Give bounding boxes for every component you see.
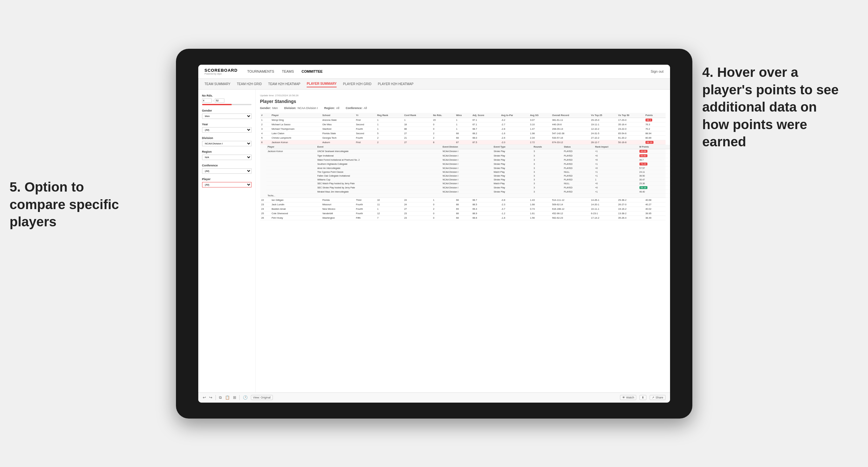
cell-no-rds: 0 [432,202,455,207]
cell-adj-score: 68.0 [471,135,500,140]
no-rds-max-input[interactable] [215,98,224,103]
ev-division: NCAA Division I [441,170,493,174]
cell-points[interactable]: 39.95 [644,211,665,216]
cell-points[interactable]: 40.27 [644,202,665,207]
ev-division: NCAA Division I [441,149,493,153]
cell-adj-score: 67.1 [471,118,500,122]
cell-no-rds: 2 [432,135,455,140]
cell-num: 5 [260,135,271,140]
ev-event: Wake Forest Invitational at Pinehurst No… [316,158,441,162]
sub-nav-team-h2h-grid[interactable]: TEAM H2H GRID [237,81,262,87]
ev-points: 56.18 [638,185,670,190]
cell-school: Ole Miss [321,122,355,127]
ev-player [267,181,316,185]
cell-adj-score: 67.1 [471,122,500,127]
nav-teams[interactable]: TEAMS [282,68,294,74]
sub-nav-player-h2h-heatmap[interactable]: PLAYER H2H HEATMAP [378,81,413,87]
cell-yr: Fifth [355,216,376,220]
sub-nav-player-h2h-grid[interactable]: PLAYER H2H GRID [343,81,371,87]
cell-wins: 68 [455,131,471,135]
ev-col-player: Player [267,145,316,149]
cell-adj-score: 88.9 [471,211,500,216]
watch-button[interactable]: 👁 Watch [620,395,636,400]
cell-school: Florida [321,198,355,202]
content-area: Update time: 27/01/2024 16:56:26 Player … [256,90,670,393]
no-rds-min-input[interactable] [202,98,212,103]
gender-filter-label: Gender: [260,106,271,110]
grid-icon[interactable]: ⊞ [233,395,236,400]
ev-event: Fallen Oak Collegiate Invitational [316,174,441,178]
ev-points: 36.50 [638,174,670,178]
sub-nav-player-summary[interactable]: PLAYER SUMMARY [307,81,337,87]
cell-num: 1 [260,118,271,122]
conference-filter-label: Conference: [346,106,363,110]
clock-icon[interactable]: 🕐 [243,395,248,400]
cell-points[interactable]: 76.3 [644,122,665,127]
cell-player: Jack Lundin [270,202,321,207]
division-label: Division [202,136,251,139]
undo-icon[interactable]: ↩ [203,395,206,400]
ev-status: PLAYED [563,178,594,181]
cell-wins: 1 [455,118,471,122]
sub-nav-team-summary[interactable]: TEAM SUMMARY [205,81,231,87]
cell-points[interactable]: 40.68 [644,198,665,202]
redo-icon[interactable]: ↪ [209,395,212,400]
ev-player [267,162,316,166]
year-select[interactable]: (All) [202,127,251,133]
cell-no-rds: 0 [432,216,455,220]
sidebar-player: Player (All) [202,178,251,187]
cell-points[interactable]: 88.2 [644,118,665,122]
ev-points-badge: 73.23 [640,162,648,165]
nav-committee[interactable]: COMMITTEE [302,68,322,74]
conference-select[interactable]: (All) [202,168,251,174]
ev-points: 53.60 [638,153,670,158]
region-select[interactable]: N/A [202,155,251,160]
cell-points[interactable]: 70.2 [644,127,665,131]
conference-filter: Conference: All [346,106,367,110]
cell-points[interactable]: 80.89 [644,135,665,140]
ev-col-rounds: Rounds [532,145,563,149]
cell-points[interactable]: 38.49 [644,216,665,220]
sub-nav-team-h2h-heatmap[interactable]: TEAM H2H HEATMAP [268,81,300,87]
ev-points: 73.23 [638,162,670,166]
ev-col-status: Status [563,145,594,149]
cell-reg-rank: 10 [376,198,403,202]
cell-adj-score: 88.5 [471,202,500,207]
cell-num: 3 [260,127,271,131]
cell-vs50: 29-38-2 [617,198,644,202]
copy-icon[interactable]: ⧉ [219,395,222,400]
player-select[interactable]: (All) [202,182,251,187]
cell-conf-rank: 27 [403,140,432,145]
sidebar-division: Division NCAA Division I [202,136,251,146]
table-row: 26 Petr Hruby Washington Fifth 7 23 0 68… [260,216,665,220]
cell-points[interactable]: 88.94 [644,131,665,135]
cell-points[interactable]: 40.02 [644,207,665,211]
main-content: No Rds. - Gender Men [198,90,670,393]
cell-school: New Mexico [321,207,355,211]
cell-vs50: 61-20-2 [617,135,644,140]
ev-type: Stroke Play [493,178,532,181]
cell-adj-score: 68.6 [471,216,500,220]
ev-type: Stroke Play [493,158,532,162]
cell-points[interactable]: 68.18 [644,140,665,145]
view-original-button[interactable]: View: Original [251,395,273,400]
cell-no-rds: 0 [432,211,455,216]
cell-vs50: 35-26-4 [617,216,644,220]
download-button[interactable]: ⬇ [640,395,647,400]
gender-select[interactable]: Men [202,114,251,119]
paste-icon[interactable]: 📋 [225,395,230,400]
cell-avg-to-par: -3.7 [500,207,529,211]
no-rds-slider[interactable] [202,104,251,105]
cell-avg-to-par: -1.2 [500,211,529,216]
ev-rank: +0 [594,153,638,158]
col-points: Points [644,113,665,118]
share-button[interactable]: ↗ Share [650,395,665,400]
table-row: 3 Michael Thorbjornsen Stanford Fourth 1… [260,127,665,131]
cell-num: 4 [260,131,271,135]
ev-division: NCAA Division I [441,166,493,170]
cell-player: Christo Lamprecht [270,135,321,140]
sign-out-link[interactable]: Sign out [651,69,663,73]
expanded-events-row: Player Event Event Division Event Type R… [260,145,665,198]
division-select[interactable]: NCAA Division I [202,141,251,146]
nav-tournaments[interactable]: TOURNAMENTS [247,68,274,74]
